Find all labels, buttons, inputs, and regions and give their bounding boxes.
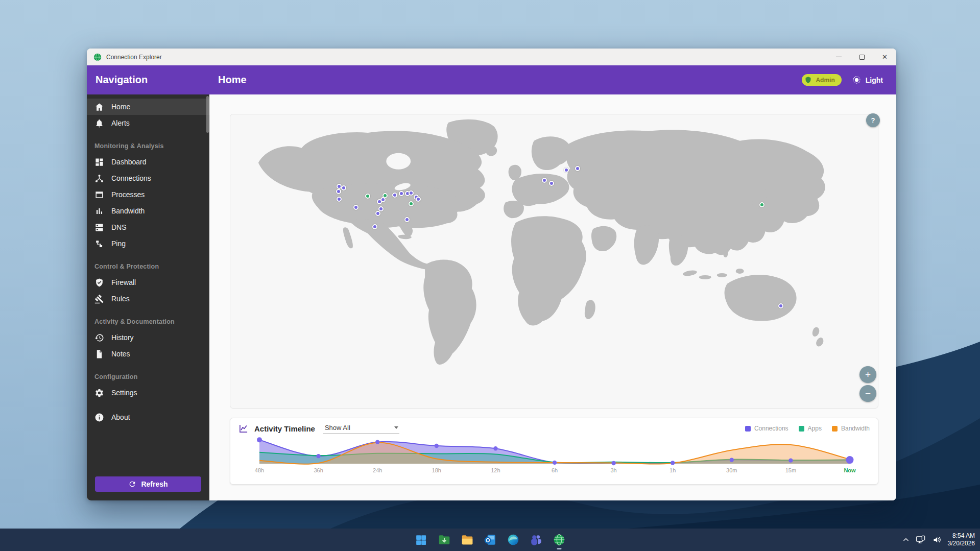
sidebar-item-dns[interactable]: DNS: [87, 219, 209, 235]
legend-label: Connections: [754, 425, 788, 432]
sidebar-item-label: Ping: [111, 239, 126, 248]
taskbar-clock[interactable]: 8:54 AM 3/20/2026: [948, 532, 975, 547]
connections-icon: [94, 174, 104, 183]
connection-dot[interactable]: [399, 191, 404, 196]
connection-dot[interactable]: [341, 185, 346, 190]
downloads-folder-icon[interactable]: [435, 530, 454, 550]
sidebar-item-processes[interactable]: Processes: [87, 186, 209, 203]
connection-dot[interactable]: [564, 167, 569, 173]
connection-dot[interactable]: [378, 206, 384, 211]
connection-dot[interactable]: [778, 303, 783, 308]
svg-text:3h: 3h: [610, 467, 616, 473]
sidebar-item-label: Notes: [111, 350, 130, 358]
legend-swatch: [832, 426, 838, 432]
clock-time: 8:54 AM: [948, 532, 975, 540]
admin-badge[interactable]: Admin: [802, 74, 841, 86]
tray-chevron-up-icon[interactable]: [902, 536, 910, 543]
theme-toggle-label: Light: [866, 76, 883, 84]
svg-text:12h: 12h: [491, 467, 500, 473]
firewall-icon: [94, 278, 104, 288]
refresh-button[interactable]: Refresh: [95, 476, 201, 492]
legend-swatch: [745, 426, 751, 432]
sidebar-item-firewall[interactable]: Firewall: [87, 274, 209, 291]
minimize-icon: [836, 57, 842, 57]
activity-chart: 48h36h24h18h12h6h3h1h30m15mNow: [238, 435, 871, 476]
admin-badge-label: Admin: [816, 77, 834, 84]
connection-dot[interactable]: [337, 197, 342, 202]
sidebar-item-about[interactable]: About: [87, 409, 209, 425]
sidebar-item-ping[interactable]: Ping: [87, 235, 209, 252]
sidebar-item-alerts[interactable]: Alerts: [87, 115, 209, 131]
rules-icon: [94, 294, 104, 304]
connection-dot[interactable]: [416, 197, 421, 202]
sidebar: HomeAlertsMonitoring & AnalysisDashboard…: [87, 94, 209, 500]
titlebar[interactable]: Connection Explorer ✕: [87, 49, 896, 65]
world-map[interactable]: [230, 114, 878, 408]
sidebar-item-label: Firewall: [111, 278, 136, 286]
about-icon: [94, 413, 104, 422]
teams-icon[interactable]: [527, 530, 546, 550]
legend-swatch: [799, 426, 804, 432]
home-icon: [94, 102, 104, 112]
connection-dot[interactable]: [365, 194, 370, 199]
start-icon[interactable]: [412, 530, 431, 550]
maximize-button[interactable]: [850, 49, 873, 65]
sidebar-section-header: Configuration: [87, 369, 209, 385]
timeline-filter-select[interactable]: Show All: [323, 423, 399, 434]
svg-text:18h: 18h: [432, 467, 441, 473]
connection-dot[interactable]: [336, 189, 341, 194]
sidebar-gap: [87, 401, 209, 409]
connection-dot[interactable]: [404, 217, 410, 222]
connection-explorer-icon[interactable]: [549, 530, 569, 550]
connection-dot[interactable]: [575, 166, 580, 171]
sidebar-item-history[interactable]: History: [87, 329, 209, 346]
connection-dot[interactable]: [353, 205, 358, 210]
svg-text:24h: 24h: [373, 467, 382, 473]
connection-dot[interactable]: [375, 211, 380, 216]
window-title: Connection Explorer: [106, 54, 162, 61]
sidebar-item-dashboard[interactable]: Dashboard: [87, 154, 209, 170]
volume-icon[interactable]: [932, 535, 942, 544]
history-icon: [94, 333, 104, 343]
file-explorer-icon[interactable]: [458, 530, 477, 550]
sidebar-item-label: Alerts: [111, 119, 130, 127]
connection-dot[interactable]: [409, 201, 414, 206]
sidebar-item-label: DNS: [111, 223, 127, 231]
app-logo-icon: [93, 53, 102, 61]
help-button[interactable]: ?: [866, 113, 880, 127]
network-icon[interactable]: [916, 535, 926, 544]
sidebar-item-label: Dashboard: [111, 158, 147, 166]
sidebar-scrollbar[interactable]: [206, 96, 209, 133]
theme-toggle[interactable]: Light: [852, 75, 883, 85]
bell-icon: [94, 118, 104, 128]
plus-icon: +: [865, 369, 871, 380]
edge-icon[interactable]: [504, 530, 523, 550]
processes-icon: [94, 190, 104, 200]
zoom-out-button[interactable]: −: [859, 385, 876, 402]
svg-text:36h: 36h: [314, 467, 323, 473]
sidebar-item-home[interactable]: Home: [87, 99, 209, 115]
dashboard-icon: [94, 157, 104, 167]
svg-text:1h: 1h: [670, 467, 676, 473]
connection-dot[interactable]: [549, 181, 554, 186]
close-button[interactable]: ✕: [873, 49, 896, 65]
sidebar-item-rules[interactable]: Rules: [87, 291, 209, 307]
sidebar-item-label: History: [111, 333, 134, 342]
connection-dot[interactable]: [372, 224, 377, 229]
sun-icon: [852, 75, 862, 85]
timeline-filter-value: Show All: [325, 424, 394, 432]
zoom-in-button[interactable]: +: [859, 366, 876, 383]
connection-dot[interactable]: [759, 202, 764, 207]
sidebar-item-connections[interactable]: Connections: [87, 170, 209, 186]
sidebar-item-notes[interactable]: Notes: [87, 346, 209, 362]
connection-dot[interactable]: [409, 190, 414, 196]
sidebar-item-label: About: [111, 413, 130, 421]
connection-dot[interactable]: [542, 178, 547, 183]
minimize-button[interactable]: [827, 49, 850, 65]
connection-dot[interactable]: [380, 197, 386, 202]
connection-dot[interactable]: [392, 193, 397, 198]
sidebar-item-bandwidth[interactable]: Bandwidth: [87, 203, 209, 219]
outlook-icon[interactable]: O: [481, 530, 500, 550]
sidebar-item-settings[interactable]: Settings: [87, 385, 209, 401]
svg-text:O: O: [486, 538, 490, 543]
